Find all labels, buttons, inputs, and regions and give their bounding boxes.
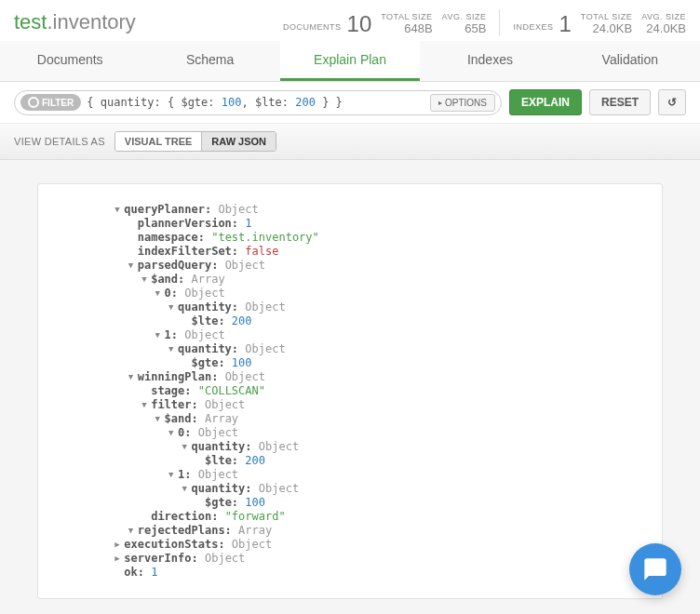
tree-key: direction:: [151, 510, 218, 523]
tree-key: 0:: [165, 287, 178, 300]
documents-count: 10: [347, 13, 372, 35]
tree-key: serverInfo:: [124, 552, 197, 565]
tree-key: $and:: [165, 412, 198, 425]
tree-row: ▶serverInfo: Object: [47, 552, 653, 566]
history-button[interactable]: ↺: [658, 89, 686, 115]
view-bar: VIEW DETAILS AS VISUAL TREE RAW JSON: [0, 124, 700, 160]
tree-row: ▼parsedQuery: Object: [47, 259, 653, 273]
caret-down-icon[interactable]: ▼: [182, 440, 192, 454]
chat-icon: [642, 556, 668, 582]
explain-button[interactable]: EXPLAIN: [509, 89, 582, 115]
tree-row: $lte: 200: [47, 314, 653, 328]
tree-key: $gte:: [192, 356, 225, 369]
tree-value: Array: [192, 273, 225, 286]
toggle-raw-json[interactable]: RAW JSON: [201, 132, 276, 151]
tree-key: 1:: [178, 468, 191, 481]
caret-down-icon[interactable]: ▼: [141, 398, 151, 412]
filter-input[interactable]: FILTER { quantity: { $gte: 100, $lte: 20…: [14, 90, 502, 115]
chat-button[interactable]: [629, 543, 681, 595]
tree-row: ▼$and: Array: [47, 412, 653, 426]
tree-key: ok:: [124, 566, 144, 579]
caret-down-icon[interactable]: ▼: [128, 259, 138, 273]
tree-key: stage:: [151, 384, 191, 397]
tree-key: $gte:: [205, 496, 238, 509]
tree-row: ▼queryPlanner: Object: [47, 203, 653, 217]
tree-value: 200: [245, 454, 265, 467]
caret-right-icon[interactable]: ▶: [114, 552, 124, 566]
caret-down-icon[interactable]: ▼: [128, 524, 138, 538]
doc-total-size-label: TOTAL SIZE: [381, 12, 432, 21]
tab-documents[interactable]: Documents: [0, 41, 140, 81]
tree-value: Object: [205, 398, 245, 411]
tree-value: Array: [238, 524, 272, 537]
tree-value: Object: [198, 426, 238, 439]
idx-total-size-label: TOTAL SIZE: [581, 12, 632, 21]
tree-value: Array: [205, 412, 238, 425]
doc-avg-size: 65B: [442, 21, 487, 35]
tab-explain-plan[interactable]: Explain Plan: [280, 41, 420, 81]
tree-row: $lte: 200: [47, 454, 653, 468]
caret-down-icon[interactable]: ▼: [141, 273, 151, 287]
tab-schema[interactable]: Schema: [140, 41, 279, 81]
tab-validation[interactable]: Validation: [560, 41, 700, 81]
tree-value: Object: [218, 203, 258, 216]
caret-down-icon[interactable]: ▼: [168, 468, 178, 482]
tree-row: ok: 1: [47, 566, 653, 580]
tree-row: ▼quantity: Object: [47, 440, 653, 454]
toggle-visual-tree[interactable]: VISUAL TREE: [115, 132, 202, 151]
caret-down-icon[interactable]: ▼: [155, 328, 165, 342]
tree-value: 1: [151, 566, 157, 579]
tree-value: Object: [184, 287, 224, 300]
tree-row: ▼quantity: Object: [47, 300, 653, 314]
tab-indexes[interactable]: Indexes: [420, 41, 559, 81]
stats-block: DOCUMENTS 10 TOTAL SIZE 648B AVG. SIZE 6…: [283, 9, 686, 35]
options-button[interactable]: OPTIONS: [430, 94, 495, 112]
tree-value: 100: [245, 496, 265, 509]
idx-avg-size-label: AVG. SIZE: [641, 12, 686, 21]
tree-row: direction: "forward": [47, 510, 653, 524]
tree-row: ▼filter: Object: [47, 398, 653, 412]
caret-down-icon[interactable]: ▼: [155, 412, 165, 426]
reset-button[interactable]: RESET: [589, 89, 651, 115]
caret-down-icon[interactable]: ▼: [168, 426, 178, 440]
tree-row: ▼1: Object: [47, 468, 653, 482]
tree-value: Object: [245, 342, 285, 355]
tree-key: 0:: [178, 426, 191, 439]
caret-down-icon[interactable]: ▼: [168, 300, 178, 314]
stats-divider: [499, 9, 500, 35]
caret-down-icon[interactable]: ▼: [128, 370, 138, 384]
caret-down-icon[interactable]: ▼: [182, 482, 192, 496]
tree-row: namespace: "test.inventory": [47, 231, 653, 245]
tree-row: plannerVersion: 1: [47, 217, 653, 231]
filter-query[interactable]: { quantity: { $gte: 100, $lte: 200 } }: [81, 96, 430, 109]
tree-value: 1: [245, 217, 251, 230]
tree-row: $gte: 100: [47, 496, 653, 510]
tree-key: parsedQuery:: [138, 259, 219, 272]
content-area: ▼queryPlanner: Object plannerVersion: 1 …: [0, 160, 700, 614]
tree-key: quantity:: [192, 440, 252, 453]
tree-key: quantity:: [192, 482, 252, 495]
caret-right-icon[interactable]: ▶: [114, 538, 124, 552]
caret-down-icon[interactable]: ▼: [114, 203, 124, 217]
history-icon: ↺: [667, 96, 677, 109]
tree-value: Object: [225, 259, 265, 272]
indexes-label: INDEXES: [513, 22, 553, 35]
tree-key: filter:: [151, 398, 198, 411]
header: test.inventory DOCUMENTS 10 TOTAL SIZE 6…: [0, 0, 700, 41]
doc-total-size: 648B: [381, 21, 432, 35]
caret-down-icon[interactable]: ▼: [155, 287, 165, 300]
tree-key: namespace:: [138, 231, 205, 244]
tree-key: executionStats:: [124, 538, 224, 551]
tree-key: rejectedPlans:: [138, 524, 232, 537]
idx-total-size: 24.0KB: [581, 21, 632, 35]
doc-avg-size-label: AVG. SIZE: [442, 12, 487, 21]
db-name: test: [14, 10, 47, 33]
tree-value: Object: [225, 370, 265, 383]
tree-value: Object: [259, 440, 299, 453]
tree-key: plannerVersion:: [138, 217, 238, 230]
tree-row: ▼winningPlan: Object: [47, 370, 653, 384]
caret-down-icon[interactable]: ▼: [168, 342, 178, 356]
namespace-title: test.inventory: [14, 10, 136, 34]
tree-key: $lte:: [205, 454, 238, 467]
tree-value: false: [245, 245, 278, 258]
